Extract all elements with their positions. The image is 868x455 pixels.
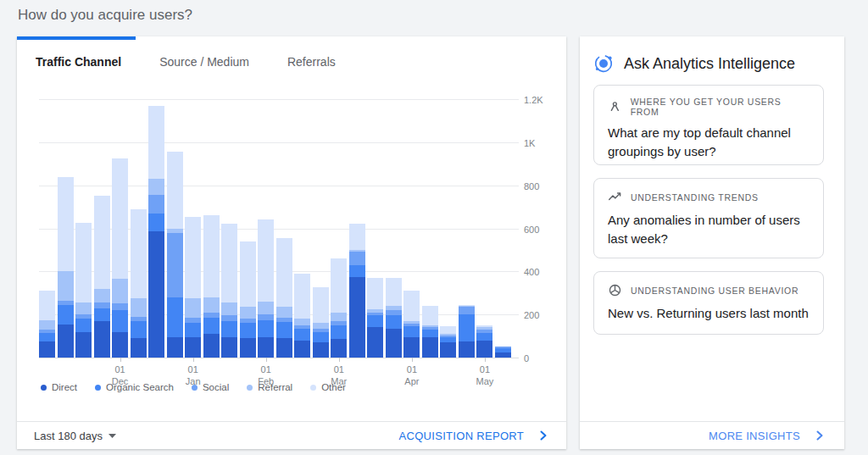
bar-segment-direct — [386, 329, 402, 358]
bar-segment-organic-search — [167, 297, 183, 337]
bar-column[interactable] — [94, 196, 110, 358]
chevron-right-icon — [539, 430, 548, 441]
tab-source-medium[interactable]: Source / Medium — [159, 55, 249, 69]
gridline — [39, 99, 519, 100]
x-tick-mark — [412, 358, 413, 362]
bar-segment-other — [367, 278, 383, 309]
y-tick-label: 1K — [524, 137, 535, 147]
bar-segment-direct — [440, 342, 456, 358]
bar-segment-other — [131, 209, 147, 298]
bar-segment-other — [75, 223, 92, 302]
bar-segment-organic-search — [294, 329, 310, 341]
bar-column[interactable] — [148, 106, 164, 358]
bar-segment-direct — [221, 337, 237, 358]
bar-column[interactable] — [131, 209, 147, 358]
bar-segment-social — [349, 252, 365, 264]
insight-card-channels[interactable]: WHERE YOU GET YOUR USERS FROM What are m… — [593, 85, 824, 165]
x-tick-label: 01Mar — [320, 363, 358, 387]
bar-segment-organic-search — [367, 315, 383, 327]
x-tick-mark — [485, 358, 486, 362]
bar-segment-other — [403, 291, 420, 321]
bar-segment-organic-search — [476, 333, 492, 341]
insight-question: What are my top default channel grouping… — [608, 124, 810, 161]
x-tick-label: 01May — [466, 363, 504, 387]
bar-segment-organic-search — [221, 321, 237, 337]
bar-segment-referral — [276, 307, 292, 318]
bar-column[interactable] — [386, 278, 402, 358]
bar-segment-social — [459, 307, 475, 314]
bar-column[interactable] — [294, 274, 310, 358]
bar-segment-direct — [367, 327, 383, 358]
legend-item-direct: Direct — [41, 382, 77, 392]
bar-segment-referral — [258, 302, 274, 314]
more-insights-link[interactable]: MORE INSIGHTS — [709, 430, 824, 442]
bar-segment-direct — [459, 341, 475, 358]
bar-column[interactable] — [240, 241, 256, 358]
bar-segment-referral — [221, 302, 237, 315]
bar-column[interactable] — [331, 258, 347, 358]
bar-column[interactable] — [276, 238, 292, 358]
bar-column[interactable] — [258, 219, 274, 358]
insight-card-trends[interactable]: UNDERSTANDING TRENDS Any anomalies in nu… — [593, 178, 824, 258]
bar-column[interactable] — [459, 305, 475, 358]
bar-column[interactable] — [440, 326, 456, 358]
bar-segment-organic-search — [331, 325, 347, 340]
bar-column[interactable] — [39, 291, 55, 358]
bar-column[interactable] — [476, 325, 492, 358]
analytics-intelligence-icon — [593, 53, 614, 74]
bar-segment-referral — [203, 297, 220, 313]
bar-segment-direct — [39, 341, 55, 358]
bar-segment-organic-search — [131, 321, 147, 338]
bar-segment-referral — [185, 298, 201, 318]
bar-column[interactable] — [349, 224, 365, 358]
bar-segment-referral — [131, 298, 147, 317]
insight-card-user-behavior[interactable]: UNDERSTANDING USER BEHAVIOR New vs. Retu… — [593, 271, 824, 335]
bar-column[interactable] — [221, 224, 237, 358]
panel-title: Ask Analytics Intelligence — [624, 55, 795, 73]
bar-column[interactable] — [403, 291, 420, 358]
panel-header: Ask Analytics Intelligence — [593, 53, 795, 74]
bar-segment-organic-search — [240, 323, 256, 338]
bar-segment-social — [112, 303, 128, 310]
bar-segment-direct — [94, 321, 110, 358]
acquisition-card: Traffic Channel Source / Medium Referral… — [17, 36, 566, 449]
bar-segment-organic-search — [349, 265, 365, 277]
more-insights-label: MORE INSIGHTS — [709, 430, 800, 442]
bar-column[interactable] — [58, 177, 74, 358]
bar-segment-direct — [403, 337, 420, 358]
bar-column[interactable] — [203, 215, 220, 358]
tab-referrals[interactable]: Referrals — [287, 55, 336, 69]
x-tick-label: 01Dec — [102, 363, 139, 387]
bar-segment-organic-search — [258, 320, 274, 337]
bar-column[interactable] — [495, 347, 511, 358]
bar-segment-direct — [131, 338, 147, 358]
page-title: How do you acquire users? — [18, 7, 192, 24]
gridline — [39, 358, 519, 358]
bar-segment-referral — [331, 313, 347, 321]
bar-segment-direct — [148, 231, 164, 358]
y-tick-label: 0 — [524, 353, 529, 363]
bar-segment-organic-search — [148, 214, 164, 232]
bar-segment-direct — [185, 337, 201, 358]
bar-segment-referral — [240, 307, 256, 319]
bar-segment-organic-search — [386, 315, 402, 328]
bar-segment-direct — [258, 337, 274, 358]
bar-column[interactable] — [422, 306, 438, 358]
bar-column[interactable] — [112, 158, 128, 358]
bar-column[interactable] — [313, 287, 329, 358]
gridline — [39, 229, 519, 230]
bar-column[interactable] — [75, 223, 92, 358]
bar-column[interactable] — [167, 152, 183, 358]
x-tick-mark — [266, 358, 267, 362]
insight-question: Any anomalies in number of users last we… — [608, 211, 810, 248]
bar-column[interactable] — [367, 278, 383, 358]
intelligence-panel-footer: MORE INSIGHTS — [580, 421, 844, 449]
tab-traffic-channel[interactable]: Traffic Channel — [36, 55, 121, 69]
bar-segment-other — [148, 106, 164, 179]
bar-segment-direct — [240, 338, 256, 358]
bar-column[interactable] — [185, 217, 201, 358]
bar-segment-other — [112, 158, 128, 279]
date-range-selector[interactable]: Last 180 days — [34, 430, 116, 442]
bar-segment-other — [440, 326, 456, 334]
acquisition-report-link[interactable]: ACQUISITION REPORT — [399, 430, 548, 442]
